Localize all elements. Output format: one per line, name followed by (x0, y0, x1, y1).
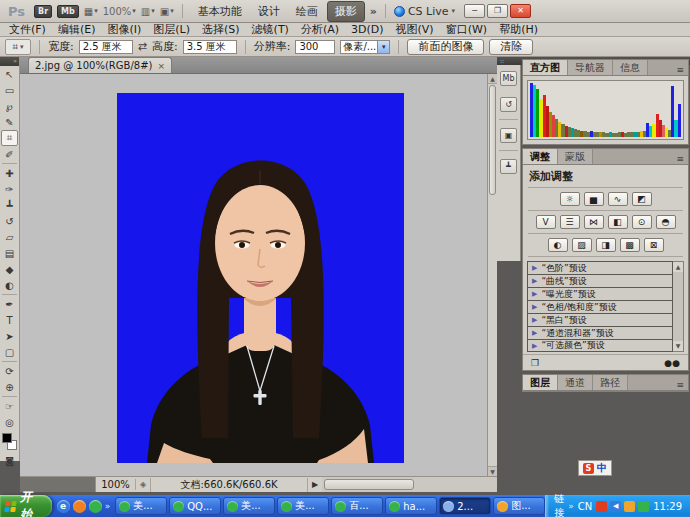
hue-saturation-icon[interactable]: ☰ (560, 215, 580, 229)
exposure-icon[interactable]: ◩ (632, 192, 652, 206)
front-image-button[interactable]: 前面的图像 (407, 39, 484, 55)
spot-healing-tool[interactable]: ✚ (0, 165, 19, 181)
task-button-QQ...[interactable]: QQ... (169, 497, 221, 515)
histogram-tab-导航器[interactable]: 导航器 (568, 60, 613, 75)
3d-orbit-tool[interactable]: ⊕ (0, 379, 19, 395)
security-shield-icon[interactable] (638, 501, 649, 512)
links-toolbar-label[interactable]: 链接 (554, 492, 564, 517)
resolution-unit-select[interactable]: 像素/... ▾ (340, 40, 390, 54)
cs-live-dropdown[interactable]: CS Live ▾ (394, 5, 455, 18)
ime-indicator[interactable]: S 中 (578, 460, 612, 476)
posterize-icon[interactable]: ▨ (572, 238, 592, 252)
menu-图像(I)[interactable]: 图像(I) (101, 23, 147, 36)
preset-“曝光度”预设[interactable]: ▶“曝光度”预设 (527, 287, 673, 300)
preset-“曲线”预设[interactable]: ▶“曲线”预设 (527, 274, 673, 287)
task-button-2...[interactable]: 2... (439, 497, 491, 515)
brush-tool[interactable]: ✑ (0, 181, 19, 197)
scroll-down-icon[interactable]: ▼ (488, 466, 497, 476)
pen-tool[interactable]: ✒ (0, 296, 19, 312)
preset-“黑白”预设[interactable]: ▶“黑白”预设 (527, 313, 673, 326)
black-white-icon[interactable]: ◧ (608, 215, 628, 229)
restore-button[interactable]: ❐ (487, 4, 508, 18)
layers-tab-图层[interactable]: 图层 (523, 375, 558, 390)
hide-icons-chevron[interactable]: ◀ (610, 501, 621, 512)
photo-filter-icon[interactable]: ⊙ (632, 215, 652, 229)
adjustments-tab-蒙版[interactable]: 蒙版 (558, 149, 593, 164)
clip-to-layer-icon[interactable]: ●● (664, 358, 680, 368)
arrange-documents-dropdown[interactable]: ▦ ▾ (84, 6, 98, 17)
mini-bridge-panel-icon[interactable]: Mb (500, 71, 517, 86)
adjustments-tab-调整[interactable]: 调整 (523, 149, 558, 164)
preset-“通道混和器”预设[interactable]: ▶“通道混和器”预设 (527, 326, 673, 339)
scroll-up-icon[interactable]: ▲ (673, 262, 683, 272)
move-tool[interactable]: ↖ (0, 66, 19, 82)
preset-“色相/饱和度”预设[interactable]: ▶“色相/饱和度”预设 (527, 300, 673, 313)
menu-帮助(H)[interactable]: 帮助(H) (493, 23, 544, 36)
height-input[interactable]: 3.5 厘米 (183, 40, 237, 54)
quick-launch-overflow-icon[interactable]: » (105, 501, 111, 511)
histogram-tab-信息[interactable]: 信息 (613, 60, 648, 75)
gradient-tool[interactable]: ▤ (0, 245, 19, 261)
3d-rotate-tool[interactable]: ⟳ (0, 363, 19, 379)
current-tool-preset[interactable]: ⌗ ▾ (5, 39, 31, 55)
path-selection-tool[interactable]: ➤ (0, 328, 19, 344)
history-brush-tool[interactable]: ↺ (0, 213, 19, 229)
task-button-美...[interactable]: 美... (223, 497, 275, 515)
vertical-scroll-thumb[interactable] (489, 85, 496, 195)
threshold-icon[interactable]: ◨ (596, 238, 616, 252)
status-expand-icon[interactable]: ▶ (308, 480, 322, 489)
curves-icon[interactable]: ∿ (608, 192, 628, 206)
color-balance-icon[interactable]: ⋈ (584, 215, 604, 229)
switch-panel-icon[interactable]: ❐ (531, 358, 539, 368)
task-button-美...[interactable]: 美... (115, 497, 167, 515)
channel-mixer-icon[interactable]: ◓ (656, 215, 676, 229)
vertical-scrollbar[interactable]: ▲ ▼ (487, 74, 497, 476)
resolution-input[interactable]: 300 (295, 40, 335, 54)
presets-scrollbar[interactable]: ▲ ▼ (673, 261, 684, 352)
brightness-contrast-icon[interactable]: ☼ (560, 192, 580, 206)
swap-dimensions-icon[interactable]: ⇄ (138, 40, 147, 53)
layers-tab-路径[interactable]: 路径 (593, 375, 628, 390)
quick-selection-tool[interactable]: ✎ (0, 114, 19, 130)
workspace-绘画[interactable]: 绘画 (289, 2, 325, 21)
portrait-photo[interactable] (117, 93, 404, 463)
browser-icon[interactable] (73, 500, 86, 513)
dodge-tool[interactable]: ◐ (0, 277, 19, 293)
rect-marquee-tool[interactable]: ▭ (0, 82, 19, 98)
internet-explorer-icon[interactable]: e (57, 500, 70, 513)
menu-选择(S)[interactable]: 选择(S) (196, 23, 246, 36)
menu-3D(D)[interactable]: 3D(D) (345, 23, 390, 36)
scroll-up-icon[interactable]: ▲ (488, 74, 497, 84)
task-button-美...[interactable]: 美... (277, 497, 329, 515)
histogram-tab-直方图[interactable]: 直方图 (523, 60, 568, 75)
eraser-tool[interactable]: ▱ (0, 229, 19, 245)
menu-窗口(W)[interactable]: 窗口(W) (440, 23, 493, 36)
history-panel-icon[interactable]: ↺ (500, 97, 517, 112)
clone-stamp-tool[interactable]: ┻ (0, 197, 19, 213)
lasso-tool[interactable]: ℘ (0, 98, 19, 114)
status-zoom-field[interactable]: 100% (96, 479, 136, 490)
levels-icon[interactable]: ▅ (584, 192, 604, 206)
foreground-color-swatch[interactable] (2, 433, 12, 443)
folder-tray-icon[interactable] (624, 501, 635, 512)
horizontal-scrollbar[interactable] (322, 477, 497, 492)
crop-tool[interactable]: ⌗ (1, 130, 18, 146)
tray-overflow-icon[interactable]: » (568, 501, 574, 511)
start-button[interactable]: 开始 (0, 495, 52, 517)
quick-mask-button[interactable]: ◙ (0, 454, 19, 467)
eyedropper-tool[interactable]: ✐ (0, 146, 19, 162)
horizontal-scroll-thumb[interactable] (324, 479, 414, 490)
layer-comps-panel-icon[interactable]: ▣ (500, 128, 517, 143)
task-button-ha...[interactable]: ha... (385, 497, 437, 515)
ime-bar-icon[interactable] (596, 501, 607, 512)
layers-menu-icon[interactable]: ≡ (676, 380, 688, 390)
screen-mode-dropdown[interactable]: ▣ ▾ (160, 6, 174, 17)
language-indicator[interactable]: CN (578, 501, 592, 512)
workspace-摄影[interactable]: 摄影 (327, 1, 365, 22)
clone-source-panel-icon[interactable]: ┻ (500, 159, 517, 174)
scroll-down-icon[interactable]: ▼ (673, 341, 683, 351)
task-button-图...[interactable]: 图... (493, 497, 545, 515)
adjustments-menu-icon[interactable]: ≡ (676, 154, 688, 164)
menu-图层(L)[interactable]: 图层(L) (147, 23, 196, 36)
vibrance-icon[interactable]: V (536, 215, 556, 229)
